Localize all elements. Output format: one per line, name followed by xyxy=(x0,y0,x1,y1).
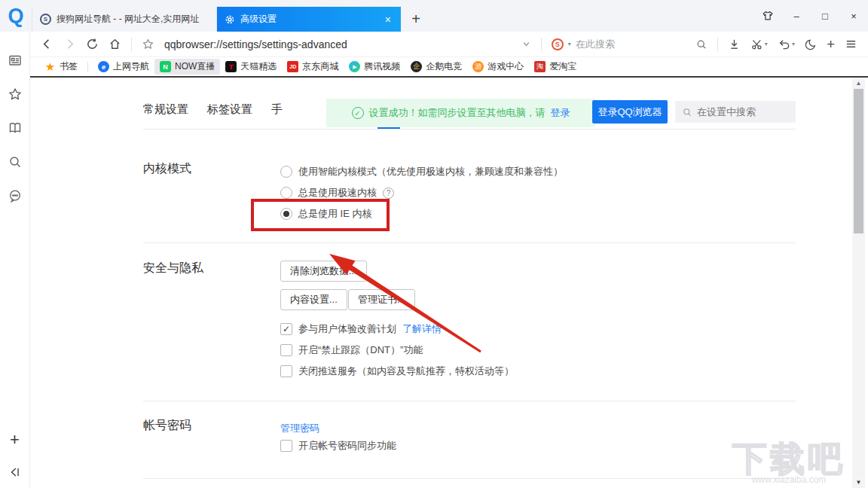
bookmark-aitaobao[interactable]: 淘 爱淘宝 xyxy=(529,59,582,75)
toast-login-link[interactable]: 登录 xyxy=(551,106,570,120)
scroll-up-icon[interactable]: ▲ xyxy=(852,80,865,87)
sidebar-add-icon[interactable]: + xyxy=(10,433,20,447)
scrollbar-thumb[interactable] xyxy=(854,89,863,233)
tab-title: 搜狗网址导航 - - 网址大全,实用网址 xyxy=(57,13,209,26)
new-tab-button[interactable]: + xyxy=(401,7,431,32)
bookmark-label: NOW直播 xyxy=(175,60,215,73)
bookmark-label: 游戏中心 xyxy=(487,60,524,73)
gamepad-favicon-icon: 游 xyxy=(472,61,484,72)
bookmarks-book-icon[interactable] xyxy=(8,120,23,136)
night-mode-moon-icon[interactable] xyxy=(805,38,817,50)
home-icon[interactable] xyxy=(108,38,121,50)
browser-tab-settings-active[interactable]: 高级设置 × xyxy=(217,7,401,32)
login-qq-browser-button[interactable]: 登录QQ浏览器 xyxy=(592,100,668,124)
settings-search-box xyxy=(675,101,796,123)
collapse-sidebar-icon[interactable] xyxy=(8,465,22,479)
checkbox-disable-push[interactable] xyxy=(280,365,292,377)
option-label: 开启“禁止跟踪（DNT）”功能 xyxy=(298,343,423,357)
play-favicon-icon: ▶ xyxy=(349,61,360,72)
tab-close-icon[interactable]: × xyxy=(383,14,393,26)
bookmark-bookmarks[interactable]: ★ 书签 xyxy=(39,59,83,75)
feedback-chat-icon[interactable] xyxy=(8,188,23,203)
browser-tab-sogou[interactable]: S 搜狗网址导航 - - 网址大全,实用网址 xyxy=(32,7,217,32)
bookmark-tmall[interactable]: T 天猫精选 xyxy=(220,59,282,75)
side-search-box[interactable]: S ▾ 在此搜索 xyxy=(552,38,686,51)
engine-caret-icon: ▾ xyxy=(568,41,571,47)
bookmark-label: 书签 xyxy=(60,60,78,73)
content-settings-button[interactable]: 内容设置... xyxy=(280,289,347,310)
section-account-password: 帐号密码 xyxy=(143,418,191,434)
bookmark-penguin-esports[interactable]: 企 企鹅电竞 xyxy=(405,59,467,75)
caret-down-icon: ▾ xyxy=(765,41,768,47)
success-toast: ✓ 设置成功！如需同步设置至其他电脑，请 登录 xyxy=(326,99,595,127)
manage-passwords-link[interactable]: 管理密码 xyxy=(280,422,319,435)
window-controls: – □ × xyxy=(753,0,868,32)
url-dropdown-chevron-icon[interactable] xyxy=(521,39,531,49)
back-icon[interactable] xyxy=(41,38,53,50)
clear-browsing-data-button[interactable]: 清除浏览数据... xyxy=(280,261,367,282)
tmall-favicon-icon: T xyxy=(225,61,237,72)
section-security-privacy: 安全与隐私 xyxy=(143,261,203,276)
caret-down-icon: ▾ xyxy=(792,41,795,47)
favorites-star-icon[interactable] xyxy=(8,87,23,102)
qq-browser-logo[interactable]: Q xyxy=(0,0,32,32)
toolbar-divider xyxy=(717,38,718,51)
undo-history-button[interactable]: ▾ xyxy=(778,38,795,50)
scroll-down-icon[interactable]: ▼ xyxy=(852,479,865,486)
tab-gesture-settings[interactable]: 手 xyxy=(271,102,283,117)
star-icon: ★ xyxy=(44,61,56,72)
gear-icon xyxy=(225,14,235,25)
search-icon xyxy=(682,107,692,117)
menu-hamburger-icon[interactable] xyxy=(845,38,857,50)
settings-search-input[interactable] xyxy=(697,106,781,117)
close-button[interactable]: × xyxy=(839,0,868,32)
watermark-title: 下载吧 xyxy=(732,440,845,477)
bookmark-now-live[interactable]: N NOW直播 xyxy=(154,59,220,75)
toolbar-divider xyxy=(541,38,542,51)
penguin-favicon-icon: 企 xyxy=(411,61,422,72)
help-icon[interactable]: ? xyxy=(383,188,394,199)
theme-skin-icon[interactable] xyxy=(753,0,782,32)
screenshot-scissors-button[interactable]: ▾ xyxy=(750,38,768,50)
bookmark-label: 京东商城 xyxy=(302,60,338,73)
option-label: 关闭推送服务（如内容及导航推荐，特权活动等） xyxy=(298,364,514,378)
minimize-button[interactable]: – xyxy=(782,0,811,32)
settings-page: 常规设置 标签设置 手 ✓ 设置成功！如需同步设置至其他电脑，请 登录 登录QQ… xyxy=(30,78,868,488)
page-search-icon[interactable] xyxy=(695,38,708,50)
bookmark-nav[interactable]: e 上网导航 xyxy=(93,59,154,75)
checkbox-password-sync[interactable] xyxy=(280,440,292,452)
bookmark-game-center[interactable]: 游 游戏中心 xyxy=(467,59,529,75)
manage-certificates-button[interactable]: 管理证书... xyxy=(348,289,415,310)
tab-general-settings[interactable]: 常规设置 xyxy=(143,102,188,117)
url-input[interactable] xyxy=(164,38,512,50)
scrollbar[interactable]: ▲ ▼ xyxy=(852,78,865,488)
add-plus-icon[interactable]: + xyxy=(827,36,835,53)
maximize-button[interactable]: □ xyxy=(811,0,839,32)
success-check-icon: ✓ xyxy=(352,107,364,119)
bookmark-label: 天猫精选 xyxy=(240,60,277,73)
radio-fast-kernel[interactable] xyxy=(280,187,292,199)
option-label: 开启帐号密码同步功能 xyxy=(298,439,396,453)
section-divider xyxy=(143,242,796,243)
checkbox-dnt[interactable] xyxy=(280,344,292,356)
nav-favicon-icon: e xyxy=(98,61,109,72)
checkbox-experience-plan[interactable]: ✓ xyxy=(280,323,292,335)
feed-card-icon[interactable] xyxy=(8,53,23,68)
favorite-star-icon[interactable] xyxy=(142,38,154,50)
bookmark-label: 爱淘宝 xyxy=(549,60,576,73)
download-icon[interactable] xyxy=(728,38,741,50)
tabs-divider xyxy=(143,129,796,130)
section-kernel-mode: 内核模式 xyxy=(143,161,191,177)
annotation-red-box xyxy=(251,199,390,231)
bookmark-jd[interactable]: JD 京东商城 xyxy=(282,59,344,75)
bookmark-tencent-video[interactable]: ▶ 腾讯视频 xyxy=(344,59,405,75)
option-label: 参与用户体验改善计划 xyxy=(298,322,396,336)
tab-label-settings[interactable]: 标签设置 xyxy=(207,102,252,117)
bookmarks-bar: ★ 书签 e 上网导航 N NOW直播 T 天猫精选 JD 京东商城 ▶ 腾讯视… xyxy=(30,57,868,76)
learn-more-link[interactable]: 了解详情 xyxy=(402,322,442,336)
forward-icon[interactable] xyxy=(63,38,76,50)
radio-smart-kernel[interactable] xyxy=(280,166,292,178)
search-icon[interactable] xyxy=(8,154,23,169)
reload-icon[interactable] xyxy=(86,38,99,50)
watermark-url: www.xiazaiba.com xyxy=(732,474,845,485)
